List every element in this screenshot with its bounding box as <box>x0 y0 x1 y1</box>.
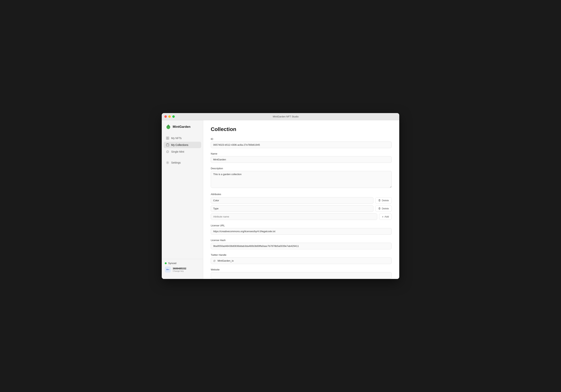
twitter-group: Twitter Handle @ <box>211 254 392 264</box>
license-url-input[interactable] <box>211 228 392 235</box>
trash-icon <box>378 199 381 202</box>
svg-rect-1 <box>168 137 169 138</box>
twitter-label: Twitter Handle <box>211 254 392 256</box>
app-window: MintGarden NFT Studio MintGarden <box>162 113 399 279</box>
traffic-lights <box>164 115 175 118</box>
maximize-button[interactable] <box>172 115 175 118</box>
delete-label-2: Delete <box>382 207 389 210</box>
description-textarea[interactable]: This is a garden collection <box>211 171 392 188</box>
logo-text: MintGarden <box>173 125 190 129</box>
sidebar-item-my-collections-label: My Collections <box>171 143 188 147</box>
close-button[interactable] <box>164 115 167 118</box>
titlebar: MintGarden NFT Studio <box>162 113 399 120</box>
change-key-label: Change key <box>173 270 186 272</box>
description-group: Description This is a garden collection <box>211 167 392 189</box>
license-url-group: License URL <box>211 224 392 235</box>
svg-rect-10 <box>167 269 167 270</box>
key-icon-wrap <box>165 266 171 273</box>
delete-button-type[interactable]: Delete <box>375 205 392 212</box>
license-hash-input[interactable] <box>211 243 392 249</box>
website-input[interactable] <box>211 272 392 279</box>
website-group: Website <box>211 268 392 279</box>
svg-rect-0 <box>166 137 167 138</box>
page-title: Collection <box>211 126 392 132</box>
new-attribute-input[interactable] <box>211 213 377 220</box>
svg-point-6 <box>167 162 168 163</box>
attribute-row-new: + Add <box>211 213 392 220</box>
trash-icon-2 <box>378 207 381 210</box>
id-label: ID <box>211 138 392 140</box>
sidebar-item-my-nfts[interactable]: My NFTs <box>164 135 201 141</box>
twitter-handle-input[interactable] <box>217 258 391 264</box>
logo-icon <box>165 124 171 130</box>
key-info: 3689485332 Change key <box>173 267 186 272</box>
sidebar-item-single-mint[interactable]: Single Mint <box>164 148 201 155</box>
name-input[interactable] <box>211 156 392 163</box>
nav-items: My NFTs My Collections Singl <box>162 135 203 259</box>
mint-icon <box>166 150 169 153</box>
license-hash-label: License Hash <box>211 239 392 242</box>
window-title: MintGarden NFT Studio <box>175 115 397 118</box>
name-group: Name <box>211 152 392 163</box>
svg-rect-8 <box>167 269 169 270</box>
svg-rect-3 <box>168 138 169 139</box>
attribute-input-color[interactable] <box>211 197 373 204</box>
sidebar-item-settings[interactable]: Settings <box>164 159 201 166</box>
key-number: 3689485332 <box>173 267 186 270</box>
minimize-button[interactable] <box>168 115 171 118</box>
logo: MintGarden <box>162 124 203 135</box>
twitter-at-symbol: @ <box>211 258 217 264</box>
synced-dot <box>165 262 167 264</box>
synced-label: Synced <box>168 262 176 265</box>
description-label: Description <box>211 167 392 170</box>
name-label: Name <box>211 152 392 155</box>
sidebar-item-my-nfts-label: My NFTs <box>171 137 182 140</box>
add-plus-icon: + <box>382 215 384 218</box>
svg-rect-9 <box>169 269 169 270</box>
id-group: ID <box>211 138 392 148</box>
id-input[interactable] <box>211 141 392 148</box>
license-url-label: License URL <box>211 224 392 227</box>
sidebar-item-single-mint-label: Single Mint <box>171 150 184 153</box>
delete-label-1: Delete <box>382 199 389 202</box>
twitter-input-wrap: @ <box>211 257 392 264</box>
license-hash-group: License Hash <box>211 239 392 249</box>
attribute-input-type[interactable] <box>211 205 373 212</box>
website-label: Website <box>211 268 392 271</box>
attribute-row-type: Delete <box>211 205 392 212</box>
sidebar: MintGarden My NFTs <box>162 120 203 279</box>
synced-row: Synced <box>165 262 200 265</box>
key-icon <box>166 268 170 271</box>
sidebar-item-my-collections[interactable]: My Collections <box>164 142 201 148</box>
attributes-label: Attributes <box>211 193 392 196</box>
sidebar-bottom: Synced 3689485332 Change key <box>162 259 203 275</box>
settings-icon <box>166 161 169 164</box>
add-attribute-button[interactable]: + Add <box>379 213 392 220</box>
delete-button-color[interactable]: Delete <box>375 197 392 203</box>
attribute-row-color: Delete <box>211 197 392 204</box>
svg-rect-4 <box>166 144 169 146</box>
svg-rect-2 <box>166 138 167 139</box>
collections-icon <box>166 143 169 147</box>
sidebar-item-settings-label: Settings <box>171 161 181 164</box>
key-row[interactable]: 3689485332 Change key <box>165 266 200 273</box>
main-content: Collection ID Name Description This is a… <box>203 120 399 279</box>
app-body: MintGarden My NFTs <box>162 120 399 279</box>
add-label: Add <box>385 215 389 218</box>
attributes-section: Attributes Delete <box>211 193 392 220</box>
nfts-icon <box>166 137 169 140</box>
